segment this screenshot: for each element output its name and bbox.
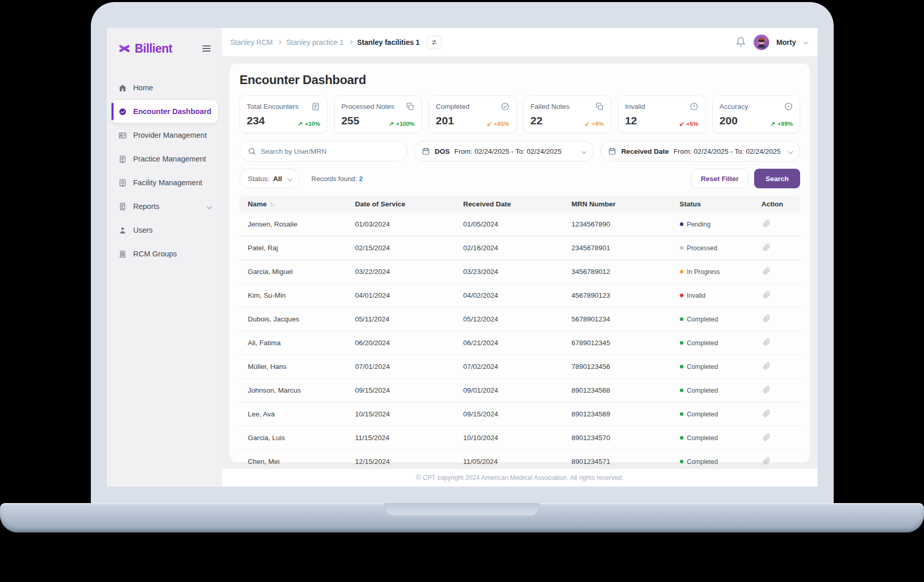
cell-received-date: 10/10/2024	[457, 426, 565, 450]
cell-received-date: 04/02/2024	[457, 284, 565, 308]
attachment-button[interactable]	[761, 432, 772, 444]
column-header-mrn-number: MRN Number	[565, 196, 674, 213]
attachment-button[interactable]	[761, 289, 772, 301]
table-row[interactable]: Garcia, Luis 11/15/2024 10/10/2024 89012…	[240, 426, 800, 450]
attachment-button[interactable]	[761, 242, 772, 254]
paperclip-icon	[762, 267, 771, 275]
table-row[interactable]: Jensen, Rosalie 01/03/2024 01/05/2024 12…	[240, 213, 800, 236]
received-date-label: Received Date	[621, 148, 668, 155]
breadcrumb-item[interactable]: Stanley practice 1	[286, 38, 352, 46]
sidebar-item[interactable]: Users	[111, 219, 218, 241]
table-row[interactable]: Johnson, Marcus 09/15/2024 09/01/2024 89…	[240, 379, 800, 402]
stats-row: Total Encounters 234 ↗ +10%	[240, 95, 800, 133]
sort-icon[interactable]: ↑↓	[270, 201, 274, 207]
notifications-bell-icon[interactable]	[735, 37, 746, 48]
cell-date-of-service: 11/15/2024	[349, 426, 457, 450]
cell-action	[755, 308, 800, 331]
stat-card: Completed 201 ↙ +85%	[428, 95, 516, 133]
stat-card: Total Encounters 234 ↗ +10%	[240, 95, 327, 133]
received-date-filter[interactable]: Received Date From: 02/24/2025 - To: 02/…	[600, 141, 800, 161]
breadcrumb-item[interactable]: Stanley RCM	[230, 38, 281, 46]
sidebar-item[interactable]: Encounter Dashboard	[111, 100, 218, 123]
stat-change-value: +9%	[592, 121, 603, 127]
user-name[interactable]: Morty	[776, 38, 796, 46]
chevron-down-icon	[582, 149, 587, 154]
cell-date-of-service: 04/01/2024	[349, 284, 457, 308]
attachment-button[interactable]	[761, 218, 772, 230]
cell-status: Completed	[674, 355, 756, 379]
cell-received-date: 01/05/2024	[457, 213, 565, 236]
sidebar-item[interactable]: RCM Groups	[111, 242, 218, 265]
table-row[interactable]: Müller, Hans 07/01/2024 07/02/2024 78901…	[240, 355, 800, 379]
status-badge: Completed	[687, 434, 718, 442]
status-filter-dropdown[interactable]: Status: All	[240, 169, 300, 188]
paperclip-icon	[762, 362, 771, 370]
paperclip-icon	[762, 385, 771, 394]
sidebar-item[interactable]: Facility Management	[111, 171, 218, 194]
table-row[interactable]: Patel, Raj 02/15/2024 02/16/2024 2345678…	[240, 236, 800, 260]
reset-filter-button[interactable]: Reset Filter	[691, 169, 748, 188]
stat-change: ↙ +85%	[487, 121, 509, 127]
status-dot-icon	[680, 365, 683, 368]
stat-change-value: +5%	[687, 121, 698, 127]
hamburger-menu-icon[interactable]	[200, 43, 213, 54]
cell-name: Müller, Hans	[240, 355, 349, 379]
dos-date-filter[interactable]: DOS From: 02/24/2025 - To: 02/24/2025	[414, 141, 594, 161]
cell-mrn: 6789012345	[565, 331, 674, 355]
cell-action	[755, 426, 800, 450]
sidebar-item[interactable]: Home	[111, 76, 218, 99]
stat-card: Processed Notes 255 ↗ +100%	[334, 95, 422, 133]
search-input[interactable]	[261, 148, 399, 155]
table-row[interactable]: Dubois, Jacques 05/11/2024 05/12/2024 56…	[240, 308, 800, 331]
sidebar-item[interactable]: Practice Management	[111, 148, 218, 170]
sidebar-item-label: Users	[133, 226, 153, 234]
cell-action	[755, 379, 800, 402]
status-dot-icon	[680, 460, 683, 463]
topbar: Stanley RCM Stanley practice 1 Stanley f…	[222, 28, 818, 57]
attachment-button[interactable]	[761, 361, 772, 373]
stat-icon	[784, 102, 793, 111]
attachment-button[interactable]	[761, 456, 772, 467]
status-dot-icon	[680, 270, 683, 273]
status-badge: Pending	[687, 221, 711, 228]
sidebar-item[interactable]: Reports	[111, 195, 218, 218]
sidebar-item[interactable]: Provider Management	[111, 124, 218, 147]
breadcrumb-item[interactable]: Stanley facilities 1	[357, 38, 420, 46]
stat-value: 255	[341, 115, 359, 127]
status-filter-value: All	[273, 175, 282, 183]
table-row[interactable]: Lee, Ava 10/15/2024 09/15/2024 890123456…	[240, 402, 800, 426]
stat-icon	[690, 102, 698, 111]
column-header-name[interactable]: Name↑↓	[240, 196, 349, 213]
cell-status: Pending	[674, 213, 756, 236]
brand-logo: Billient	[107, 38, 222, 59]
attachment-button[interactable]	[761, 337, 772, 349]
cell-received-date: 07/02/2024	[457, 355, 565, 379]
attachment-button[interactable]	[761, 384, 772, 396]
chevron-down-icon[interactable]	[804, 40, 808, 44]
table-header-row: Name↑↓ Date of Service Received Date MRN…	[240, 196, 800, 213]
sidebar-item-label: Facility Management	[133, 179, 202, 187]
cell-mrn: 8901234569	[565, 402, 674, 426]
switch-facility-button[interactable]	[427, 36, 441, 49]
table-row[interactable]: Kim, Su-Min 04/01/2024 04/02/2024 456789…	[240, 284, 800, 308]
paperclip-icon	[762, 433, 771, 441]
trend-arrow-icon: ↗	[297, 121, 302, 127]
cell-received-date: 02/16/2024	[457, 236, 565, 260]
cell-status: Completed	[674, 426, 756, 450]
status-badge: Completed	[687, 411, 718, 418]
search-button[interactable]: Search	[754, 169, 800, 188]
attachment-button[interactable]	[761, 408, 772, 420]
table-row[interactable]: Garcia, Miguel 03/22/2024 03/23/2024 345…	[240, 260, 800, 284]
attachment-button[interactable]	[761, 266, 772, 278]
cell-date-of-service: 01/03/2024	[349, 213, 457, 236]
status-badge: Invalid	[687, 292, 706, 299]
sidebar-nav: Home Encounter Dashboard Provider Manage…	[107, 76, 222, 265]
user-avatar[interactable]	[754, 35, 769, 50]
table-row[interactable]: Ali, Fatima 06/20/2024 06/21/2024 678901…	[240, 331, 800, 355]
stat-icon	[501, 102, 509, 111]
status-badge: Processed	[687, 245, 718, 252]
stat-label: Failed Notes	[531, 103, 570, 110]
attachment-button[interactable]	[761, 313, 772, 325]
stat-change: ↗ +100%	[389, 121, 415, 127]
trend-arrow-icon: ↙	[679, 121, 684, 127]
